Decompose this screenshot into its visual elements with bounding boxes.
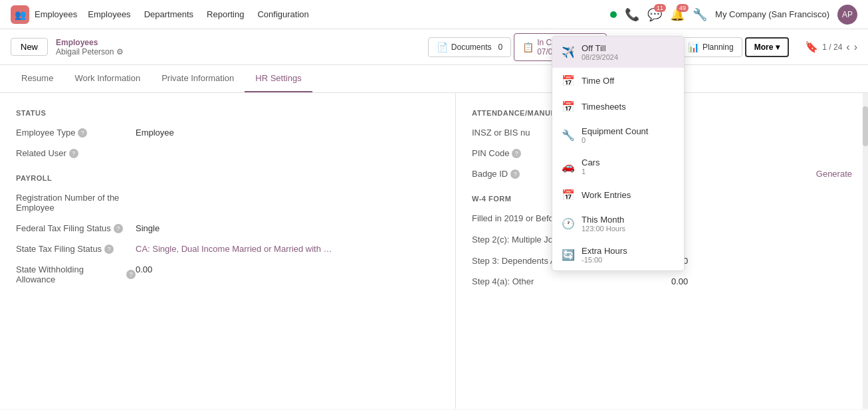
clock-icon: 🕐 <box>562 217 575 230</box>
dropdown-item-equipment[interactable]: 🔧 Equipment Count 0 <box>552 120 684 151</box>
bookmark-icon[interactable]: 🔖 <box>805 41 818 53</box>
pagination-text: 1 / 24 <box>822 43 842 52</box>
off-till-date: 08/29/2024 <box>582 53 675 61</box>
document-icon: 📄 <box>437 42 448 52</box>
breadcrumb-parent[interactable]: Employees <box>56 38 124 47</box>
next-button[interactable]: › <box>854 41 857 53</box>
dropdown-item-time-off[interactable]: 📅 Time Off <box>552 68 684 94</box>
documents-button[interactable]: 📄 Documents 0 <box>428 37 511 57</box>
equipment-label: Equipment Count <box>582 126 648 136</box>
settings-icon[interactable]: 🔧 <box>693 7 707 22</box>
activity-badge: 49 <box>677 4 689 12</box>
breadcrumb-child: Abigail Peterson <box>56 47 114 56</box>
tab-hr-settings[interactable]: HR Settings <box>245 65 312 92</box>
chat-icon[interactable]: 💬 11 <box>647 7 662 22</box>
dropdown-item-off-till[interactable]: ✈️ Off Till 08/29/2024 <box>552 37 684 68</box>
tab-bar: Resume Work Information Private Informat… <box>0 65 868 93</box>
planning-icon: 📊 <box>688 42 699 52</box>
federal-tax-label: Federal Tax Filing Status ? <box>16 223 136 233</box>
state-withholding-label: State Withholding Allowance ? <box>16 264 136 284</box>
scrollbar-thumb[interactable] <box>863 106 868 146</box>
more-dropdown-menu: ✈️ Off Till 08/29/2024 📅 Time Off 📅 Time… <box>552 36 685 271</box>
dropdown-item-cars[interactable]: 🚗 Cars 1 <box>552 151 684 182</box>
cars-label: Cars <box>582 157 599 167</box>
scrollbar[interactable] <box>863 93 868 409</box>
work-entries-icon: 📅 <box>562 189 575 201</box>
employee-type-help-icon[interactable]: ? <box>78 128 87 138</box>
tab-work-information[interactable]: Work Information <box>64 65 151 92</box>
step4a-value: 0.00 <box>671 276 852 286</box>
state-tax-row: State Tax Filing Status ? CA: Single, Du… <box>16 244 439 254</box>
documents-count: 0 <box>498 43 503 52</box>
badge-id-help-icon[interactable]: ? <box>510 169 520 179</box>
status-section-title: STATUS <box>16 109 439 117</box>
this-month-label: This Month <box>582 215 624 225</box>
state-withholding-row: State Withholding Allowance ? 0.00 <box>16 264 439 284</box>
activity-icon[interactable]: 🔔 49 <box>670 7 685 22</box>
employee-type-label: Employee Type ? <box>16 128 136 138</box>
related-user-label: Related User ? <box>16 148 136 158</box>
state-withholding-value: 0.00 <box>136 264 439 274</box>
step3-value: 0.00 <box>671 256 852 266</box>
state-tax-value: CA: Single, Dual Income Married or Marri… <box>136 244 335 254</box>
sub-header: New Employees Abigail Peterson ⚙ 📄 Docum… <box>0 29 868 65</box>
user-avatar[interactable]: AP <box>837 5 857 25</box>
state-tax-help-icon[interactable]: ? <box>104 245 114 254</box>
state-tax-label: State Tax Filing Status ? <box>16 244 136 254</box>
pagination-area: 🔖 1 / 24 ‹ › <box>805 41 857 53</box>
tab-resume[interactable]: Resume <box>11 65 64 92</box>
equipment-count: 0 <box>582 136 675 144</box>
top-nav-right: 📞 💬 11 🔔 49 🔧 My Company (San Francisco)… <box>610 5 857 25</box>
payroll-section: PAYROLL Registration Number of the Emplo… <box>16 174 439 284</box>
more-button[interactable]: More ▾ <box>745 37 790 57</box>
status-indicator <box>610 11 617 18</box>
employee-type-row: Employee Type ? Employee <box>16 128 439 138</box>
main-content: STATUS Employee Type ? Employee Related … <box>0 93 868 409</box>
timesheets-label: Timesheets <box>582 102 626 112</box>
top-navigation: 👥 Employees Employees Departments Report… <box>0 0 868 29</box>
state-withholding-help-icon[interactable]: ? <box>126 270 136 279</box>
chat-badge: 11 <box>654 4 666 12</box>
federal-tax-row: Federal Tax Filing Status ? Single <box>16 223 439 233</box>
dropdown-item-timesheets[interactable]: 📅 Timesheets <box>552 94 684 120</box>
nav-departments[interactable]: Departments <box>144 9 193 19</box>
related-user-row: Related User ? <box>16 148 439 158</box>
federal-tax-value: Single <box>136 223 439 233</box>
documents-label: Documents <box>451 43 492 52</box>
reg-number-row: Registration Number of the Employee <box>16 193 439 213</box>
planning-button[interactable]: 📊 Planning <box>679 37 742 57</box>
dropdown-item-this-month[interactable]: 🕐 This Month 123:00 Hours <box>552 208 684 239</box>
nav-employees[interactable]: Employees <box>88 9 130 19</box>
generate-button[interactable]: Generate <box>816 169 852 179</box>
dropdown-item-work-entries[interactable]: 📅 Work Entries <box>552 182 684 208</box>
nav-reporting[interactable]: Reporting <box>207 9 244 19</box>
related-user-help-icon[interactable]: ? <box>69 149 78 158</box>
refresh-icon: 🔄 <box>562 249 575 261</box>
more-label: More <box>754 43 774 52</box>
planning-label: Planning <box>703 43 734 52</box>
reg-number-label: Registration Number of the Employee <box>16 193 136 213</box>
calendar-icon-2: 📅 <box>562 100 575 113</box>
equipment-icon: 🔧 <box>562 129 575 142</box>
new-button[interactable]: New <box>11 38 48 56</box>
plane-icon: ✈️ <box>562 46 575 58</box>
tab-private-information[interactable]: Private Information <box>151 65 245 92</box>
off-till-label: Off Till <box>582 43 606 53</box>
app-logo[interactable]: 👥 Employees <box>11 5 77 24</box>
logo-icon: 👥 <box>11 5 29 24</box>
extra-hours-value: -15:00 <box>582 256 675 264</box>
settings-gear-icon[interactable]: ⚙ <box>116 47 124 56</box>
phone-icon[interactable]: 📞 <box>625 7 639 22</box>
calendar-icon-1: 📅 <box>562 74 575 87</box>
nav-configuration[interactable]: Configuration <box>257 9 308 19</box>
left-panel: STATUS Employee Type ? Employee Related … <box>0 93 456 409</box>
federal-tax-help-icon[interactable]: ? <box>114 224 123 233</box>
main-nav: Employees Departments Reporting Configur… <box>88 9 308 19</box>
company-name: My Company (San Francisco) <box>715 9 829 19</box>
prev-button[interactable]: ‹ <box>846 41 849 53</box>
pin-code-help-icon[interactable]: ? <box>512 149 521 158</box>
dropdown-item-extra-hours[interactable]: 🔄 Extra Hours -15:00 <box>552 239 684 270</box>
breadcrumb: Employees Abigail Peterson ⚙ <box>56 38 124 56</box>
work-entries-label: Work Entries <box>582 190 631 200</box>
step4a-label: Step 4(a): Other <box>472 276 671 286</box>
